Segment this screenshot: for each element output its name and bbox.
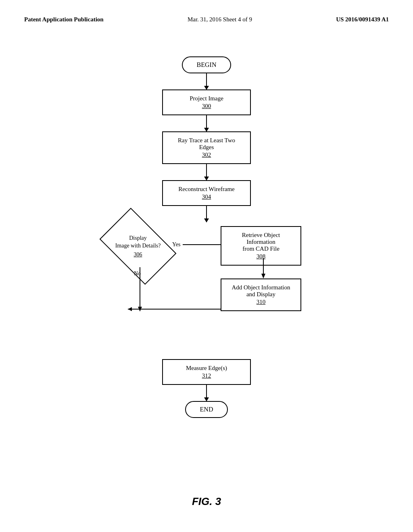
- step-302-num: 302: [171, 152, 242, 158]
- header-center: Mar. 31, 2016 Sheet 4 of 9: [188, 16, 252, 23]
- step-300: Project Image 300: [162, 89, 251, 115]
- arrow-304-to-306: [206, 206, 207, 222]
- end-oval: END: [185, 401, 228, 418]
- step-310-label: Add Object Informationand Display: [232, 284, 290, 297]
- arrow-300-to-302: [206, 115, 207, 131]
- header-right: US 2016/0091439 A1: [336, 16, 389, 23]
- step-312-num: 312: [171, 372, 242, 379]
- step-312-label: Measure Edge(s): [186, 365, 227, 371]
- step-304-num: 304: [171, 193, 242, 200]
- step-312: Measure Edge(s) 312: [162, 359, 251, 385]
- arrow-308-to-310: [260, 258, 267, 278]
- arrow-no-down: [137, 267, 143, 312]
- arrow-312-to-end: [206, 385, 207, 401]
- diamond-306-wrapper: DisplayImage with Details? 306: [102, 222, 174, 270]
- yes-label: Yes: [172, 241, 180, 248]
- step-300-num: 300: [171, 103, 242, 110]
- step-300-label: Project Image: [190, 95, 223, 102]
- decision-section: DisplayImage with Details? 306 Yes Retri…: [65, 222, 348, 359]
- step-302: Ray Trace at Least Two Edges 302: [162, 131, 251, 164]
- diamond-306-num: 306: [115, 251, 161, 259]
- step-304: Reconstruct Wireframe 304: [162, 180, 251, 206]
- flowchart: BEGIN Project Image 300 Ray Trace at Lea…: [0, 56, 413, 418]
- arrow-302-to-304: [206, 164, 207, 180]
- step-304-label: Reconstruct Wireframe: [178, 186, 234, 192]
- svg-marker-3: [261, 274, 265, 278]
- step-302-label: Ray Trace at Least Two Edges: [178, 137, 235, 150]
- diamond-306-label: DisplayImage with Details?: [115, 235, 161, 249]
- step-308-label: Retrieve Object Informationfrom CAD File: [242, 232, 280, 252]
- step-310-num: 310: [229, 299, 292, 305]
- page-header: Patent Application Publication Mar. 31, …: [0, 0, 413, 23]
- arrow-begin-to-300: [206, 73, 207, 89]
- begin-oval: BEGIN: [182, 56, 232, 73]
- svg-marker-5: [128, 307, 132, 311]
- step-310: Add Object Informationand Display 310: [221, 278, 301, 311]
- header-left: Patent Application Publication: [24, 16, 104, 23]
- figure-caption: FIG. 3: [192, 495, 221, 508]
- diamond-306-text: DisplayImage with Details? 306: [115, 234, 161, 259]
- svg-marker-7: [138, 307, 142, 312]
